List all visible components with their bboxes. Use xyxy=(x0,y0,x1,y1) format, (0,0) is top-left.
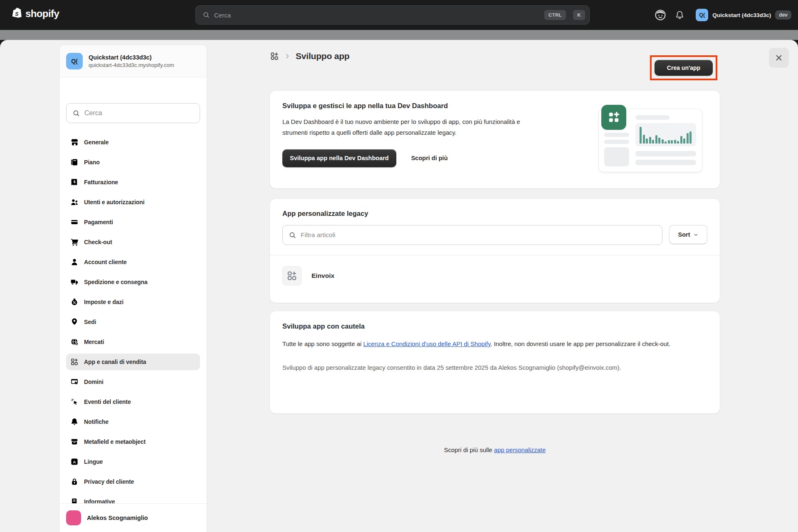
location-pin-icon xyxy=(70,318,79,326)
shortcut-ctrl-key: CTRL xyxy=(544,10,566,20)
sidebar-item-generale[interactable]: Generale xyxy=(66,134,200,151)
topbar: S shopify Cerca CTRL K Q( Quickstart (4d… xyxy=(0,0,798,30)
markets-globe-icon xyxy=(70,338,79,346)
caution-note: Sviluppo di app personalizzate legacy co… xyxy=(282,362,707,374)
api-terms-link[interactable]: Licenza e Condizioni d'uso delle API di … xyxy=(363,341,490,347)
sidebar-item-pagamenti[interactable]: Pagamenti xyxy=(66,214,200,230)
metafields-box-icon xyxy=(70,438,79,446)
assistant-face-icon[interactable] xyxy=(651,5,670,25)
sidebar-item-checkout[interactable]: Check-out xyxy=(66,234,200,250)
caution-body: Tutte le app sono soggette ai Licenza e … xyxy=(282,339,707,350)
bell-icon xyxy=(70,418,79,426)
page-footer: Scopri di più sulle app personalizzate xyxy=(270,447,720,453)
lock-icon xyxy=(70,478,79,486)
payments-icon xyxy=(70,218,79,226)
billing-icon xyxy=(70,178,79,186)
sidebar-item-metafield[interactable]: Metafield e metaobject xyxy=(66,433,200,450)
dev-dashboard-illustration xyxy=(599,109,702,172)
search-icon xyxy=(72,109,80,117)
settings-modal: Q( Quickstart (4dc33d3c) quickstart-4dc3… xyxy=(0,40,798,532)
sidebar-item-app-e-canali[interactable]: App e canali di vendita xyxy=(66,354,200,370)
legacy-apps-title: App personalizzate legacy xyxy=(282,210,707,218)
shipping-truck-icon xyxy=(70,278,79,286)
sidebar-item-privacy[interactable]: Privacy del cliente xyxy=(66,473,200,490)
notifications-bell-icon[interactable] xyxy=(670,5,689,25)
search-icon xyxy=(203,11,210,19)
dev-environment-badge: dev xyxy=(775,10,791,20)
filter-items-field[interactable] xyxy=(282,225,662,245)
shopify-logo[interactable]: S shopify xyxy=(11,7,59,20)
open-dev-dashboard-button[interactable]: Sviluppa app nella Dev Dashboard xyxy=(282,149,396,167)
sidebar-user-row[interactable]: Alekos Scognamiglio xyxy=(59,503,207,532)
learn-more-button[interactable]: Scopri di più xyxy=(411,155,448,161)
shortcut-k-key: K xyxy=(573,10,585,20)
taxes-icon xyxy=(70,298,79,306)
apps-icon[interactable] xyxy=(270,52,279,61)
apps-plus-icon xyxy=(601,105,626,130)
sidebar-item-sedi[interactable]: Sedi xyxy=(66,314,200,330)
global-search-placeholder: Cerca xyxy=(214,12,540,19)
user-name: Alekos Scognamiglio xyxy=(87,515,148,521)
user-avatar xyxy=(66,510,81,525)
breadcrumb: Sviluppo app xyxy=(270,51,349,61)
settings-nav: Generale Piano Fatturazione Utenti e aut… xyxy=(59,123,207,510)
shopify-wordmark: shopify xyxy=(25,8,59,20)
svg-text:S: S xyxy=(15,11,19,17)
store-name: Quickstart (4dc33d3c) xyxy=(712,12,771,18)
filter-items-input[interactable] xyxy=(301,231,656,239)
sidebar-store-avatar: Q( xyxy=(66,53,83,69)
checkout-cart-icon xyxy=(70,238,79,246)
close-settings-button[interactable] xyxy=(769,48,789,68)
users-icon xyxy=(70,198,79,206)
sidebar-item-utenti[interactable]: Utenti e autorizzazioni xyxy=(66,194,200,210)
close-icon xyxy=(774,53,783,62)
sidebar-item-mercati[interactable]: Mercati xyxy=(66,334,200,350)
dev-dashboard-body: La Dev Dashboard è il tuo nuovo ambiente… xyxy=(282,116,542,139)
annotation-highlight: Crea un'app xyxy=(650,55,717,80)
sidebar-item-imposte[interactable]: Imposte e dazi xyxy=(66,294,200,310)
sidebar-item-fatturazione[interactable]: Fatturazione xyxy=(66,174,200,191)
dimmed-backdrop xyxy=(0,30,798,40)
page-title: Sviluppo app xyxy=(296,51,349,61)
sidebar-item-account-cliente[interactable]: Account cliente xyxy=(66,254,200,270)
store-icon xyxy=(70,138,79,146)
app-icon xyxy=(282,266,301,285)
store-avatar: Q( xyxy=(696,9,708,21)
customer-account-icon xyxy=(70,258,79,266)
chevron-down-icon xyxy=(693,232,699,238)
caution-title: Sviluppa app con cautela xyxy=(282,322,707,330)
sidebar-store-domain: quickstart-4dc33d3c.myshopify.com xyxy=(89,62,174,68)
sidebar-item-spedizione[interactable]: Spedizione e consegna xyxy=(66,274,200,290)
app-name: Einvoix xyxy=(311,272,334,280)
sidebar-item-lingue[interactable]: Lingue xyxy=(66,453,200,470)
legacy-apps-card: App personalizzate legacy Sort Einvoix xyxy=(270,199,720,303)
chevron-right-icon xyxy=(284,53,291,59)
sidebar-store-name: Quickstart (4dc33d3c) xyxy=(89,54,174,61)
sort-button[interactable]: Sort xyxy=(669,225,707,244)
create-app-button[interactable]: Crea un'app xyxy=(655,60,713,76)
languages-icon xyxy=(70,458,79,466)
caution-card: Sviluppa app con cautela Tutte le app so… xyxy=(270,311,720,413)
plan-icon xyxy=(70,158,79,166)
sidebar-item-eventi-cliente[interactable]: Eventi del cliente xyxy=(66,393,200,410)
shopify-bag-icon: S xyxy=(11,7,22,20)
settings-search-field[interactable] xyxy=(66,103,200,123)
illustration-chart xyxy=(635,123,696,146)
domains-icon xyxy=(70,378,79,386)
settings-sidebar: Q( Quickstart (4dc33d3c) quickstart-4dc3… xyxy=(59,45,207,532)
sidebar-store-header: Q( Quickstart (4dc33d3c) quickstart-4dc3… xyxy=(59,45,207,77)
custom-apps-link[interactable]: app personalizzate xyxy=(494,447,546,453)
search-icon xyxy=(289,231,296,239)
global-search-input[interactable]: Cerca CTRL K xyxy=(195,5,590,25)
store-menu-button[interactable]: Q( Quickstart (4dc33d3c) dev xyxy=(696,9,791,21)
settings-search-input[interactable] xyxy=(84,109,194,117)
sidebar-item-domini[interactable]: Domini xyxy=(66,374,200,390)
sidebar-item-piano[interactable]: Piano xyxy=(66,154,200,171)
apps-icon xyxy=(70,358,79,366)
app-list-item-einvoix[interactable]: Einvoix xyxy=(270,255,720,296)
customer-events-icon xyxy=(70,398,79,406)
sidebar-item-notifiche[interactable]: Notifiche xyxy=(66,413,200,430)
dev-dashboard-card: Sviluppa e gestisci le app nella tua Dev… xyxy=(270,91,720,188)
